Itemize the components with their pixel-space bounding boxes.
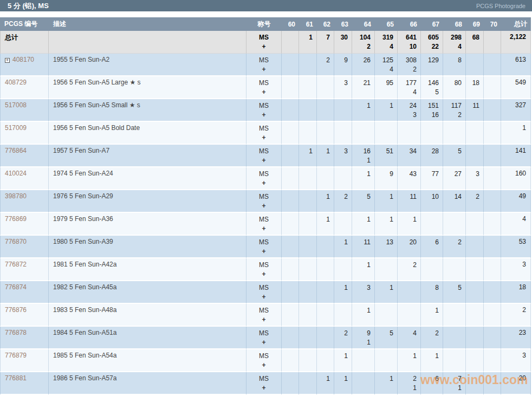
column-header-grade-63: 63: [334, 17, 352, 31]
grade-62-cell: [317, 167, 334, 190]
pcgs-number-cell: 408729: [0, 76, 49, 99]
coin-description: 1956 5 Fen Sun-A5 Bold Date: [49, 122, 246, 145]
row-total-cell: 327: [501, 99, 531, 122]
grade-70-cell: [484, 258, 501, 281]
table-row: 7768701980 5 Fen Sun-A39MS+ 111132062 53: [0, 236, 531, 258]
grade-60-cell: [282, 76, 299, 99]
column-header-grade-64: 64: [352, 17, 375, 31]
totals-grade-66: 64110: [398, 31, 421, 54]
table-row: +4081701955 5 Fen Sun-A2MS+ 292612543082…: [0, 54, 531, 76]
grade-60-cell: [282, 349, 299, 372]
grade-60-cell: [282, 213, 299, 236]
grade-64-cell: 3: [352, 281, 375, 304]
grade-70-cell: [484, 236, 501, 258]
pcgs-number-link[interactable]: 776869: [5, 215, 27, 223]
pcgs-number-link[interactable]: 410024: [5, 170, 27, 177]
pcgs-number-link[interactable]: 517009: [5, 124, 27, 132]
totals-grade-63: 30: [334, 31, 352, 54]
coin-description: 1983 5 Fen Sun-A48a: [49, 304, 246, 327]
grade-69-cell: [466, 213, 484, 236]
grade-61-cell: [299, 236, 317, 258]
pcgs-number-cell: 776872: [0, 258, 49, 281]
coin-description: 1984 5 Fen Sun-A51a: [49, 327, 246, 349]
row-total-cell: 53: [501, 236, 531, 258]
pcgs-number-link[interactable]: 776879: [5, 352, 27, 359]
grade-61-cell: [299, 349, 317, 372]
grade-64-cell: 1: [352, 99, 375, 122]
grade-67-cell: 15116: [421, 99, 443, 122]
coin-description: 1979 5 Fen Sun-A36: [49, 213, 246, 236]
pcgs-number-link[interactable]: 776870: [5, 238, 27, 245]
pcgs-number-cell: 517009: [0, 122, 49, 145]
grade-61-cell: [299, 213, 317, 236]
table-row: 7768811986 5 Fen Sun-A57aMS+ 11 121671 2…: [0, 372, 531, 395]
grade-64-cell: 1: [352, 258, 375, 281]
grade-65-cell: 1254: [375, 54, 398, 76]
grade-66-cell: 11: [398, 190, 421, 213]
grade-64-cell: 11: [352, 236, 375, 258]
grade-69-cell: 3: [466, 167, 484, 190]
designation-cell: MS+: [246, 236, 282, 258]
expand-icon[interactable]: +: [5, 58, 10, 63]
pcgs-number-link[interactable]: 776864: [5, 147, 27, 154]
grade-66-cell: [398, 122, 421, 145]
table-body: 总计MS+ 1730104231946411060522298468 2,122…: [0, 31, 531, 395]
table-row: 7768741982 5 Fen Sun-A45aMS+ 131 85 18: [0, 281, 531, 304]
grade-60-cell: [282, 145, 299, 167]
coin-description: 1986 5 Fen Sun-A57a: [49, 372, 246, 395]
table-row: 5170081956 5 Fen Sun-A5 Small ★ sMS+ 112…: [0, 99, 531, 122]
pcgs-number-link[interactable]: 408170: [12, 56, 34, 63]
grade-64-cell: 91: [352, 327, 375, 349]
grade-68-cell: 71: [443, 372, 466, 395]
pcgs-number-link[interactable]: 776874: [5, 283, 27, 291]
totals-grade-67: 60522: [421, 31, 443, 54]
grade-69-cell: 11: [466, 99, 484, 122]
column-header-grade-62: 62: [317, 17, 334, 31]
pcgs-number-link[interactable]: 776881: [5, 374, 27, 382]
grade-63-cell: [334, 304, 352, 327]
pcgs-number-link[interactable]: 398780: [5, 192, 27, 200]
grade-67-cell: 6: [421, 372, 443, 395]
coin-description: 1985 5 Fen Sun-A54a: [49, 349, 246, 372]
grade-60-cell: [282, 281, 299, 304]
grade-66-cell: 1774: [398, 76, 421, 99]
pcgs-number-link[interactable]: 776876: [5, 306, 27, 314]
grade-61-cell: [299, 304, 317, 327]
grade-65-cell: 9: [375, 167, 398, 190]
row-total-cell: 4: [501, 213, 531, 236]
grade-67-cell: 8: [421, 281, 443, 304]
photograde-link[interactable]: PCGS Photograde: [476, 3, 525, 9]
grade-65-cell: [375, 258, 398, 281]
totals-grade-69: 68: [466, 31, 484, 54]
designation-cell: MS+: [246, 145, 282, 167]
column-header-grade-66: 66: [398, 17, 421, 31]
population-table: PCGS 编号描述称号6061626364656667686970总计 总计MS…: [0, 17, 531, 395]
grade-60-cell: [282, 122, 299, 145]
totals-grand-total: 2,122: [501, 31, 531, 54]
coin-description: 1956 5 Fen Sun-A5 Large ★ s: [49, 76, 246, 99]
grade-63-cell: [334, 258, 352, 281]
coin-description: 1955 5 Fen Sun-A2: [49, 54, 246, 76]
pcgs-number-link[interactable]: 776878: [5, 329, 27, 336]
pcgs-number-link[interactable]: 408729: [5, 79, 27, 86]
totals-grade-64: 1042: [352, 31, 375, 54]
pcgs-number-link[interactable]: 776872: [5, 261, 27, 268]
grade-69-cell: [466, 327, 484, 349]
column-header-grade-61: 61: [299, 17, 317, 31]
grade-62-cell: 1: [317, 213, 334, 236]
grade-67-cell: 129: [421, 54, 443, 76]
designation-cell: MS+: [246, 327, 282, 349]
table-row: 7768761983 5 Fen Sun-A48aMS+ 1 1 2: [0, 304, 531, 327]
row-total-cell: 2: [501, 304, 531, 327]
pcgs-number-link[interactable]: 517008: [5, 101, 27, 109]
table-row: 7768691979 5 Fen Sun-A36MS+ 1 111 4: [0, 213, 531, 236]
grade-69-cell: [466, 54, 484, 76]
pcgs-number-cell: 410024: [0, 167, 49, 190]
grade-63-cell: [334, 122, 352, 145]
row-total-cell: 23: [501, 327, 531, 349]
grade-63-cell: 1: [334, 349, 352, 372]
pcgs-number-cell: 776874: [0, 281, 49, 304]
row-total-cell: 141: [501, 145, 531, 167]
grade-70-cell: [484, 122, 501, 145]
grade-62-cell: 2: [317, 54, 334, 76]
